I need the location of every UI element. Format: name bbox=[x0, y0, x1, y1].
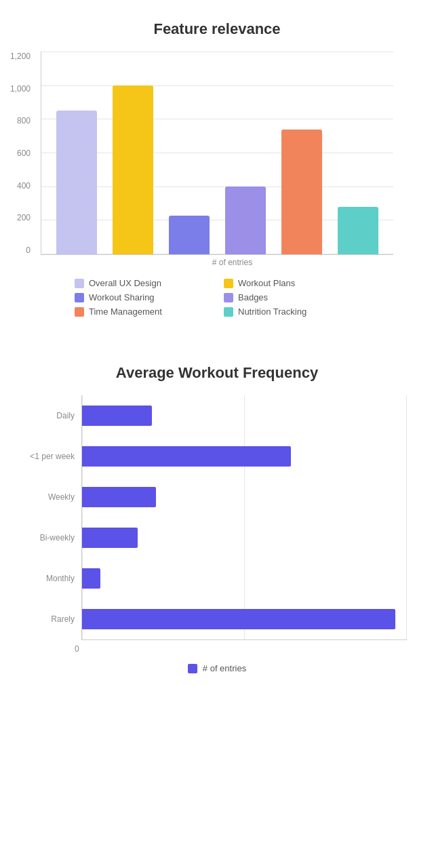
y-axis-labels: 1,200 1,000 800 600 400 200 0 bbox=[10, 52, 31, 255]
hbar-y-labels: Daily<1 per weekWeeklyBi-weeklyMonthlyRa… bbox=[27, 395, 81, 639]
legend-item: Badges bbox=[224, 292, 359, 302]
bar bbox=[338, 207, 378, 254]
hbar-row bbox=[82, 599, 407, 639]
bar bbox=[56, 111, 97, 254]
hbar-fill bbox=[82, 609, 395, 629]
hbar-x-labels: 01,000 bbox=[75, 640, 434, 654]
hbar-row bbox=[82, 436, 407, 477]
bar-item bbox=[48, 52, 104, 254]
chart2-legend: # of entries bbox=[14, 663, 420, 673]
legend-item: Workout Sharing bbox=[75, 292, 210, 302]
feature-relevance-section: Feature relevance 1,200 1,000 800 600 40… bbox=[0, 0, 434, 330]
workout-frequency-section: Average Workout Frequency Daily<1 per we… bbox=[0, 351, 434, 687]
hbar-y-label: <1 per week bbox=[27, 436, 75, 477]
bar bbox=[169, 216, 210, 254]
chart1-legend: Overall UX DesignWorkout PlansWorkout Sh… bbox=[75, 278, 359, 317]
legend-label: Time Management bbox=[89, 307, 162, 317]
bar-chart-wrap: 1,200 1,000 800 600 400 200 0 bbox=[14, 52, 420, 317]
chart2-legend-dot bbox=[188, 664, 197, 673]
y-label-800: 800 bbox=[10, 116, 31, 125]
legend-label: Overall UX Design bbox=[89, 278, 161, 288]
y-label-1000: 1,000 bbox=[10, 84, 31, 94]
legend-color bbox=[224, 307, 233, 317]
bar-item bbox=[274, 52, 330, 254]
hbar-y-label: Weekly bbox=[27, 477, 75, 517]
y-label-200: 200 bbox=[10, 213, 31, 222]
bar bbox=[281, 130, 322, 254]
legend-item: Nutrition Tracking bbox=[224, 307, 359, 317]
hbar-chart-wrap: Daily<1 per weekWeeklyBi-weeklyMonthlyRa… bbox=[27, 395, 407, 640]
bar-chart-area bbox=[41, 52, 393, 255]
bar-item bbox=[104, 52, 161, 254]
bar-item bbox=[330, 52, 387, 254]
bar bbox=[225, 186, 266, 254]
y-label-400: 400 bbox=[10, 181, 31, 191]
bar bbox=[113, 85, 153, 254]
hbar-row bbox=[82, 558, 407, 599]
hbar-fill bbox=[82, 487, 156, 507]
hbar-rows bbox=[82, 395, 407, 639]
hbar-fill bbox=[82, 568, 100, 589]
legend-label: Workout Sharing bbox=[89, 292, 155, 302]
hbar-fill bbox=[82, 446, 291, 467]
hbar-y-label: Daily bbox=[27, 395, 75, 436]
y-label-1200: 1,200 bbox=[10, 52, 31, 61]
hbar-y-label: Rarely bbox=[27, 599, 75, 639]
hbar-row bbox=[82, 477, 407, 517]
legend-label: Workout Plans bbox=[238, 278, 295, 288]
hbar-area bbox=[81, 395, 407, 640]
hbar-x-label: 0 bbox=[75, 644, 79, 654]
legend-color bbox=[224, 279, 233, 288]
legend-color bbox=[224, 293, 233, 302]
y-label-600: 600 bbox=[10, 149, 31, 158]
divider bbox=[0, 330, 434, 351]
hbar-row bbox=[82, 395, 407, 436]
x-axis-label: # of entries bbox=[212, 258, 252, 267]
bar-item bbox=[161, 52, 217, 254]
legend-item: Time Management bbox=[75, 307, 210, 317]
chart2-legend-label: # of entries bbox=[203, 663, 246, 673]
y-label-0: 0 bbox=[10, 245, 31, 255]
hbar-fill bbox=[82, 406, 152, 426]
bars-group bbox=[41, 52, 393, 254]
hbar-outer: Daily<1 per weekWeeklyBi-weeklyMonthlyRa… bbox=[20, 395, 414, 654]
hbar-y-label: Bi-weekly bbox=[27, 517, 75, 558]
legend-item: Overall UX Design bbox=[75, 278, 210, 288]
legend-label: Badges bbox=[238, 292, 268, 302]
legend-color bbox=[75, 293, 84, 302]
chart2-title: Average Workout Frequency bbox=[14, 364, 420, 382]
legend-label: Nutrition Tracking bbox=[238, 307, 307, 317]
legend-item: Workout Plans bbox=[224, 278, 359, 288]
hbar-y-label: Monthly bbox=[27, 558, 75, 599]
chart1-title: Feature relevance bbox=[14, 20, 420, 38]
legend-color bbox=[75, 279, 84, 288]
bar-item bbox=[218, 52, 274, 254]
legend-color bbox=[75, 307, 84, 317]
hbar-fill bbox=[82, 528, 138, 548]
hbar-row bbox=[82, 517, 407, 558]
